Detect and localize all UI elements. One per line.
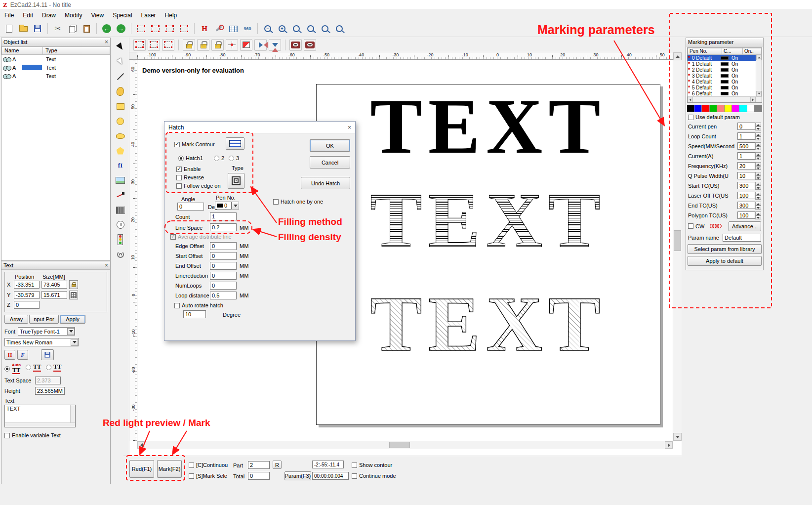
cancel-button[interactable]: Cancel xyxy=(310,156,350,168)
red-preview-button[interactable]: Red(F1) xyxy=(129,460,154,478)
hatch-text-button[interactable]: H xyxy=(4,350,15,360)
mark-button[interactable]: Mark(F2) xyxy=(157,460,182,478)
line-space-field[interactable]: 0.2 xyxy=(210,223,237,231)
use-default-param-checkbox[interactable]: Use default param xyxy=(688,114,740,120)
anchor-grid-button[interactable] xyxy=(69,291,78,299)
hatch3-radio[interactable]: 3 xyxy=(229,155,239,161)
menu-item[interactable]: Laser xyxy=(137,10,161,20)
menu-item[interactable]: Edit xyxy=(18,10,38,20)
font-style-button[interactable]: F xyxy=(17,350,28,360)
barcode-tool-button[interactable] xyxy=(114,204,127,216)
copy-button[interactable] xyxy=(66,22,79,35)
x-position-field[interactable]: -33.351 xyxy=(14,281,40,289)
canvas-vscrollbar[interactable] xyxy=(673,52,682,441)
auto-rotate-checkbox[interactable]: Auto rotate hatch xyxy=(174,302,223,308)
field-value[interactable]: 0 xyxy=(210,252,237,260)
visibility-eye-icon[interactable] xyxy=(3,57,10,61)
palette-color[interactable] xyxy=(747,105,755,112)
param-value-field[interactable]: 300 xyxy=(737,202,755,209)
font-name-dropdown[interactable]: Times New Roman xyxy=(4,338,79,346)
menu-item[interactable]: Draw xyxy=(38,10,60,20)
palette-color[interactable] xyxy=(739,105,747,112)
delay-tool-button[interactable] xyxy=(114,218,127,231)
text-content-area[interactable]: TEXT xyxy=(4,405,76,427)
undo-button[interactable]: ← xyxy=(100,22,113,35)
align-right-radio[interactable]: TT xyxy=(46,363,61,372)
average-distribute-checkbox[interactable]: Average distribute line xyxy=(170,234,232,240)
continue-mode-checkbox[interactable]: Continue mode xyxy=(352,473,396,479)
io-tool-button[interactable] xyxy=(114,233,127,246)
node-edit-tool-button[interactable] xyxy=(114,55,127,68)
chevron-down-icon[interactable] xyxy=(71,339,78,346)
palette-color[interactable] xyxy=(687,105,694,112)
save-font-button[interactable] xyxy=(41,349,54,360)
enable-checkbox[interactable]: Enable xyxy=(176,166,201,172)
column-header-type[interactable]: Type xyxy=(43,46,110,55)
mark-selected-checkbox[interactable]: [S]Mark Sele xyxy=(189,473,227,479)
y-size-field[interactable]: 15.671 xyxy=(41,291,67,299)
pen-row[interactable]: * 1 Default On xyxy=(688,61,762,67)
scroll-up-button[interactable] xyxy=(673,52,682,60)
save-button[interactable] xyxy=(31,22,44,35)
chevron-down-icon[interactable] xyxy=(232,202,239,210)
scroll-down-button[interactable] xyxy=(756,91,762,96)
zoom-object-button[interactable] xyxy=(304,22,317,35)
snap-grid-button[interactable] xyxy=(135,22,148,35)
redo-button[interactable]: → xyxy=(115,22,127,35)
ellipse-tool-button[interactable] xyxy=(114,129,127,142)
param-value-field[interactable]: 10 xyxy=(737,172,755,179)
select-param-library-button[interactable]: Select param from library xyxy=(688,244,762,254)
text-object-outline[interactable]: TEXT xyxy=(317,285,660,363)
param-name-field[interactable]: Default xyxy=(723,234,761,242)
marquee-node-button[interactable] xyxy=(162,39,174,51)
marquee-add-button[interactable] xyxy=(148,39,160,51)
rectangle-tool-button[interactable] xyxy=(114,100,127,113)
total-count-field[interactable]: 0 xyxy=(248,472,270,480)
canvas-hscrollbar[interactable] xyxy=(137,441,673,449)
menu-item[interactable]: Modify xyxy=(60,10,86,20)
table-button[interactable] xyxy=(227,22,240,35)
close-icon[interactable]: × xyxy=(105,40,108,44)
pen-row[interactable]: * 3 Default On xyxy=(688,73,762,79)
on-column-header[interactable]: On.. xyxy=(743,48,762,55)
palette-color[interactable] xyxy=(710,105,717,112)
new-file-button[interactable] xyxy=(2,22,15,35)
palette-color[interactable] xyxy=(702,105,709,112)
advance-button[interactable]: Advance... xyxy=(729,221,761,231)
follow-edge-checkbox[interactable]: Follow edge on xyxy=(176,183,221,189)
object-row[interactable]: A Text xyxy=(1,72,110,80)
mirror-horizontal-button[interactable] xyxy=(254,39,267,51)
scroll-down-button[interactable] xyxy=(673,433,682,441)
zoom-page-button[interactable] xyxy=(333,22,346,35)
snap-angle-button[interactable] xyxy=(178,22,191,35)
pen-column-header[interactable]: Pen No. xyxy=(688,48,722,55)
param-value-field[interactable]: 0 xyxy=(737,123,755,130)
palette-color[interactable] xyxy=(755,105,762,112)
scroll-right-button[interactable] xyxy=(665,441,673,449)
field-value[interactable]: 0 xyxy=(210,262,237,270)
ok-button[interactable]: OK xyxy=(310,139,350,152)
menu-item[interactable]: File xyxy=(0,10,18,20)
vector-file-tool-button[interactable] xyxy=(114,189,127,202)
param-stepper[interactable] xyxy=(755,142,761,150)
zoom-window-button[interactable] xyxy=(290,22,303,35)
node-count-button[interactable]: 960 xyxy=(241,22,254,35)
select-tool-button[interactable] xyxy=(114,41,127,53)
open-file-button[interactable] xyxy=(17,22,30,35)
snap-guide-button[interactable] xyxy=(149,22,162,35)
lock-y-button[interactable] xyxy=(197,39,209,51)
param-stepper[interactable] xyxy=(755,192,761,200)
reverse-checkbox[interactable]: Reverse xyxy=(176,174,204,180)
scroll-right-button[interactable] xyxy=(750,97,756,102)
menu-item[interactable]: View xyxy=(86,10,108,20)
z-position-field[interactable]: 0 xyxy=(14,301,40,309)
field-value[interactable]: 0 xyxy=(210,242,237,250)
height-field[interactable]: 23.565MM xyxy=(35,387,65,395)
tools-button[interactable] xyxy=(212,22,225,35)
scroll-left-button[interactable] xyxy=(137,441,145,449)
param-stepper[interactable] xyxy=(755,152,761,160)
pen-row[interactable]: * 4 Default On xyxy=(688,79,762,84)
textarea-hscrollbar[interactable] xyxy=(5,422,75,427)
apply-button[interactable]: Apply xyxy=(60,315,85,324)
fill-button[interactable] xyxy=(240,39,252,51)
